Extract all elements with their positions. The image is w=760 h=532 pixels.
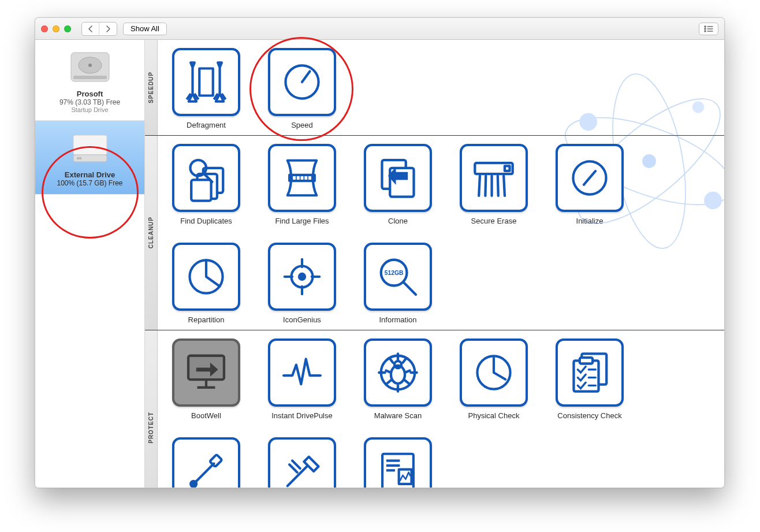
checklist-icon (556, 338, 624, 407)
tool-grid: BootWell Instant DrivePulse Malware Scan… (158, 330, 724, 488)
tool-drivepulse[interactable]: Instant DrivePulse (266, 338, 338, 420)
tool-find-large[interactable]: Find Large Files (266, 144, 338, 225)
drive-name: External Drive (39, 170, 141, 179)
svg-line-40 (485, 176, 486, 196)
tool-information[interactable]: 512GB Information (362, 243, 434, 324)
tool-clone[interactable]: Clone (362, 144, 434, 225)
tool-secure-erase[interactable]: Secure Erase (458, 144, 530, 225)
svg-rect-25 (191, 180, 211, 200)
external-drive-icon (67, 130, 113, 167)
svg-line-43 (504, 176, 505, 196)
close-window-button[interactable] (41, 25, 48, 32)
group-label-speedup: SPEEDUP (145, 40, 158, 135)
tool-malware[interactable]: Malware Scan (362, 338, 434, 420)
group-label-protect: PROTECT (145, 330, 158, 488)
bug-icon (364, 338, 432, 407)
zoom-window-button[interactable] (64, 25, 71, 32)
minimize-window-button[interactable] (53, 25, 59, 32)
drive-sub: Startup Drive (39, 106, 141, 113)
clone-icon (364, 144, 432, 212)
tool-extra1[interactable] (266, 437, 338, 488)
chevron-left-icon (88, 25, 94, 32)
svg-rect-37 (475, 163, 512, 174)
group-label-text: CLEANUP (148, 217, 154, 248)
back-button[interactable] (82, 23, 99, 35)
monitor-icon (172, 338, 240, 407)
nav-segmented (81, 22, 117, 36)
show-all-button[interactable]: Show All (123, 23, 167, 35)
pulse-icon (268, 338, 336, 407)
tool-label: Defragment (170, 121, 242, 129)
corset-icon (268, 144, 336, 212)
tool-label: Secure Erase (458, 217, 530, 225)
svg-point-0 (705, 26, 706, 27)
target-icon (268, 243, 336, 311)
forward-button[interactable] (99, 23, 117, 35)
tool-find-duplicates[interactable]: Find Duplicates (170, 144, 242, 225)
drive-free: 97% (3.03 TB) Free (39, 98, 141, 106)
tool-label: Repartition (170, 315, 242, 324)
drive-name: Prosoft (39, 90, 141, 98)
group-cleanup: CLEANUP Find Duplicates Find (145, 136, 724, 330)
svg-line-69 (387, 380, 392, 384)
tool-grid: Find Duplicates Find Large Files Clone (158, 136, 724, 330)
shred-icon (460, 144, 528, 212)
list-icon (704, 25, 713, 32)
pie-icon (172, 243, 240, 311)
group-protect: PROTECT BootWell Instant DrivePulse (145, 330, 724, 488)
tool-label: Information (362, 315, 434, 324)
svg-point-8 (88, 64, 92, 67)
drive-item-prosoft[interactable]: Prosoft 97% (3.03 TB) Free Startup Drive (35, 40, 144, 121)
svg-text:512GB: 512GB (385, 270, 404, 276)
tool-repair[interactable]: Repair (170, 437, 242, 488)
svg-rect-74 (580, 358, 593, 363)
chevron-right-icon (105, 25, 111, 32)
group-label-text: SPEEDUP (148, 72, 154, 103)
rockets-icon (172, 48, 240, 116)
tool-phys-check[interactable]: Physical Check (458, 338, 530, 420)
tool-speed[interactable]: Speed (266, 48, 338, 129)
drive-free: 100% (15.7 GB) Free (39, 179, 141, 187)
report-icon (364, 437, 432, 488)
toolbar: Show All (35, 18, 724, 40)
app-window: Show All (35, 17, 725, 488)
tool-bootwell[interactable]: BootWell (170, 338, 242, 420)
svg-rect-85 (399, 470, 412, 484)
svg-line-68 (405, 371, 410, 373)
group-speedup: SPEEDUP Defragment Speed (145, 40, 724, 136)
svg-line-22 (302, 72, 310, 82)
tool-defragment[interactable]: Defragment (170, 48, 242, 129)
group-label-cleanup: CLEANUP (145, 136, 158, 330)
init-icon (556, 144, 624, 212)
tool-initialize[interactable]: Initialize (554, 144, 625, 225)
tool-cons-check[interactable]: Consistency Check (554, 338, 625, 420)
tool-label: Consistency Check (554, 411, 625, 420)
tool-label: Find Duplicates (170, 217, 242, 225)
group-label-text: PROTECT (148, 412, 154, 444)
tool-repartition[interactable]: Repartition (170, 243, 242, 324)
tool-label: IconGenius (266, 315, 338, 324)
tool-icongenius[interactable]: IconGenius (266, 243, 338, 324)
tool-extra2[interactable] (362, 437, 434, 488)
svg-line-53 (404, 282, 416, 295)
hdd-icon (67, 49, 113, 86)
drive-sidebar: Prosoft 97% (3.03 TB) Free Startup Drive… (35, 40, 145, 488)
tool-label: Instant DrivePulse (266, 411, 338, 420)
svg-rect-12 (77, 157, 81, 159)
drive-item-external[interactable]: External Drive 100% (15.7 GB) Free (35, 121, 144, 195)
tool-label: Speed (266, 121, 338, 129)
clock-icon (460, 338, 528, 407)
svg-point-80 (191, 481, 196, 487)
list-view-button[interactable] (699, 23, 718, 35)
tool-label: Find Large Files (266, 217, 338, 225)
window-controls (41, 25, 71, 32)
svg-line-70 (404, 380, 409, 384)
screw-icon (172, 437, 240, 488)
tool-label: Initialize (554, 217, 625, 225)
sizemag-icon: 512GB (364, 243, 432, 311)
dup-icon (172, 144, 240, 212)
svg-rect-28 (289, 175, 315, 181)
tool-label: BootWell (170, 411, 242, 420)
svg-line-66 (403, 359, 406, 363)
svg-point-47 (299, 274, 305, 280)
